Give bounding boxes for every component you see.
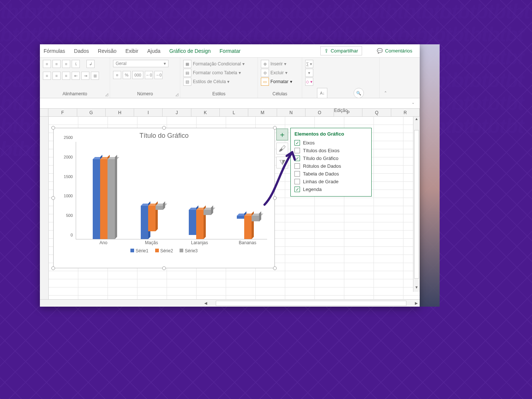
thousands-format-icon[interactable]: 000 bbox=[132, 71, 143, 79]
merge-icon[interactable]: ⊞ bbox=[91, 72, 99, 80]
chart-element-option[interactable]: Rótulos de Dados bbox=[294, 162, 368, 170]
number-format-dropdown[interactable]: Geral▾ bbox=[113, 60, 168, 67]
tab-format[interactable]: Formatar bbox=[219, 48, 241, 54]
resize-handle[interactable] bbox=[51, 266, 55, 270]
scroll-left-icon[interactable]: ◀ bbox=[202, 301, 209, 305]
chart-element-option[interactable]: Tabela de Dados bbox=[294, 170, 368, 178]
indent-inc-icon[interactable]: ⇥ bbox=[81, 72, 89, 80]
resize-handle[interactable] bbox=[162, 126, 166, 130]
resize-handle[interactable] bbox=[273, 266, 277, 270]
col-header[interactable]: J bbox=[163, 109, 191, 116]
indent-dec-icon[interactable]: ⇤ bbox=[72, 72, 80, 80]
worksheet-grid[interactable]: Título do Gráfico 05001000150020002500 A… bbox=[40, 117, 420, 299]
tab-help[interactable]: Ajuda bbox=[147, 48, 160, 54]
increase-decimal-icon[interactable]: ←0 bbox=[145, 71, 153, 79]
orientation-icon[interactable]: ⤹ bbox=[72, 60, 80, 68]
align-top-icon[interactable]: ≡ bbox=[43, 60, 51, 68]
conditional-formatting-button[interactable]: ▦ Formatação Condicional ▾ bbox=[183, 60, 245, 68]
chart-object[interactable]: Título do Gráfico 05001000150020002500 A… bbox=[53, 128, 275, 268]
ribbon-collapse-button[interactable]: ˄ bbox=[380, 58, 391, 98]
number-dialog-launcher-icon[interactable]: ◿ bbox=[175, 92, 178, 96]
chart-element-option[interactable]: Linhas de Grade bbox=[294, 178, 368, 185]
col-header[interactable]: L bbox=[220, 109, 248, 116]
checkbox-icon[interactable] bbox=[294, 163, 300, 169]
percent-format-icon[interactable]: % bbox=[123, 71, 131, 79]
chart-styles-button[interactable]: 🖌 bbox=[276, 143, 288, 154]
checkbox-checked-icon[interactable]: ✓ bbox=[294, 140, 300, 146]
checkbox-checked-icon[interactable]: ✓ bbox=[294, 187, 300, 192]
chart-element-label: Legenda bbox=[303, 187, 322, 192]
checkbox-icon[interactable] bbox=[294, 148, 300, 153]
scroll-right-icon[interactable]: ▶ bbox=[413, 301, 420, 305]
chart-filters-button[interactable]: ⧩ bbox=[276, 157, 288, 168]
group-cells-label: Células bbox=[261, 91, 299, 97]
vertical-scrollbar[interactable]: ▲ ▼ bbox=[413, 117, 420, 292]
chart-elements-popup: Elementos do Gráfico ✓EixosTítulos dos E… bbox=[290, 128, 372, 197]
checkbox-checked-icon[interactable]: ✓ bbox=[294, 156, 300, 161]
chart-plot-area[interactable]: 05001000150020002500 AnoMaçãsLaranjasBan… bbox=[76, 142, 267, 245]
format-cells-button[interactable]: ▭ Formatar ▾ bbox=[261, 78, 292, 86]
col-header[interactable]: H bbox=[106, 109, 134, 116]
scroll-up-icon[interactable]: ▲ bbox=[413, 117, 420, 123]
alignment-dialog-launcher-icon[interactable]: ◿ bbox=[105, 92, 108, 96]
col-header[interactable]: K bbox=[191, 109, 220, 116]
col-header[interactable]: N bbox=[277, 109, 306, 116]
tab-formulas[interactable]: Fórmulas bbox=[44, 48, 65, 54]
comments-button[interactable]: 💬 Comentários bbox=[373, 47, 416, 55]
tab-review[interactable]: Revisão bbox=[98, 48, 117, 54]
delete-cells-button[interactable]: ⊖ Excluir ▾ bbox=[261, 69, 287, 77]
align-bottom-icon[interactable]: ≡ bbox=[62, 60, 70, 68]
chart-element-label: Título do Gráfico bbox=[303, 156, 338, 161]
popup-title: Elementos do Gráfico bbox=[294, 131, 368, 137]
row-headers[interactable] bbox=[40, 117, 49, 299]
chart-legend[interactable]: Série1 Série2 Série3 bbox=[54, 248, 274, 253]
col-header[interactable]: I bbox=[134, 109, 163, 116]
col-header[interactable]: R bbox=[391, 109, 420, 116]
horizontal-scrollbar[interactable]: ◀ ▶ bbox=[40, 299, 420, 307]
checkbox-icon[interactable] bbox=[294, 179, 300, 184]
legend-item: Série2 bbox=[155, 248, 173, 253]
resize-handle[interactable] bbox=[273, 196, 277, 200]
scroll-down-icon[interactable]: ▼ bbox=[413, 285, 420, 292]
resize-handle[interactable] bbox=[51, 196, 55, 200]
chart-elements-button[interactable]: ＋ bbox=[276, 129, 288, 140]
formula-bar-expand-icon[interactable]: ⌄ bbox=[412, 100, 417, 106]
chart-element-option[interactable]: ✓Eixos bbox=[294, 139, 368, 147]
select-all-cell[interactable] bbox=[40, 109, 48, 116]
align-middle-icon[interactable]: ≡ bbox=[52, 60, 61, 68]
tab-view[interactable]: Exibir bbox=[125, 48, 138, 54]
resize-handle[interactable] bbox=[162, 266, 166, 270]
format-as-table-button[interactable]: ▤ Formatar como Tabela ▾ bbox=[183, 69, 241, 77]
cell-styles-icon: ▧ bbox=[183, 78, 191, 86]
cell-styles-button[interactable]: ▧ Estilos de Célula ▾ bbox=[183, 78, 229, 86]
align-right-icon[interactable]: ≡ bbox=[62, 72, 70, 80]
group-alignment-label: Alinhamento ◿ bbox=[43, 91, 107, 97]
resize-handle[interactable] bbox=[51, 126, 55, 130]
group-number-label: Número ◿ bbox=[113, 91, 177, 97]
chart-element-label: Títulos dos Eixos bbox=[303, 148, 340, 153]
paintbrush-icon: 🖌 bbox=[279, 144, 286, 153]
col-header[interactable]: F bbox=[48, 109, 77, 116]
chart-element-option[interactable]: ✓Título do Gráfico bbox=[294, 154, 368, 162]
delete-cells-icon: ⊖ bbox=[261, 69, 269, 77]
checkbox-icon[interactable] bbox=[294, 171, 300, 177]
chart-element-option[interactable]: ✓Legenda bbox=[294, 185, 368, 193]
accounting-format-icon[interactable]: ¤ bbox=[113, 71, 121, 79]
tab-data[interactable]: Dados bbox=[74, 48, 89, 54]
autosum-icon[interactable]: ∑ ▾ bbox=[305, 60, 313, 68]
wrap-text-icon[interactable]: ↲ bbox=[86, 60, 95, 68]
decrease-decimal-icon[interactable]: →0 bbox=[154, 71, 163, 79]
share-button[interactable]: ⇪ Compartilhar bbox=[320, 46, 362, 55]
desktop-peek bbox=[417, 44, 440, 307]
align-center-icon[interactable]: ≡ bbox=[52, 72, 61, 80]
clear-icon[interactable]: ◇ ▾ bbox=[305, 78, 313, 86]
col-header[interactable]: G bbox=[77, 109, 106, 116]
align-left-icon[interactable]: ≡ bbox=[43, 72, 51, 80]
fill-icon[interactable]: ▾ bbox=[305, 69, 313, 77]
chart-element-label: Tabela de Dados bbox=[303, 171, 339, 177]
chart-element-option[interactable]: Títulos dos Eixos bbox=[294, 147, 368, 154]
insert-cells-button[interactable]: ⊕ Inserir ▾ bbox=[261, 60, 286, 68]
chart-title[interactable]: Título do Gráfico bbox=[54, 128, 274, 142]
col-header[interactable]: M bbox=[248, 109, 277, 116]
tab-chart-design[interactable]: Gráfico de Design bbox=[169, 48, 211, 54]
